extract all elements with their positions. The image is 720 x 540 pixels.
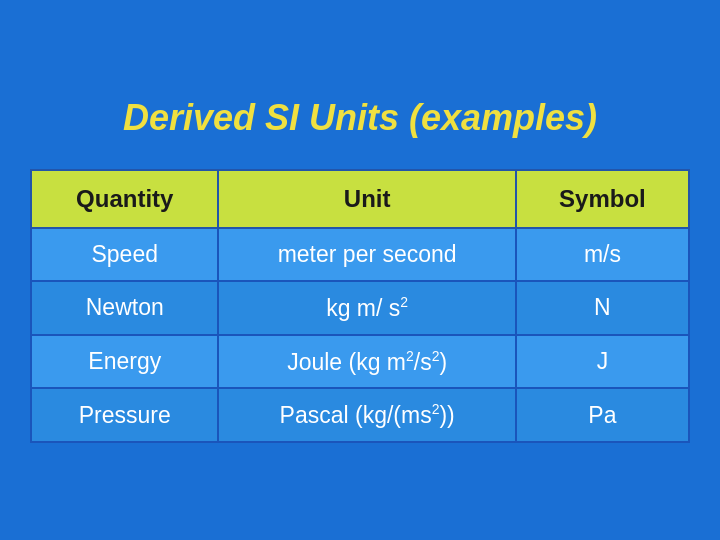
cell-unit-speed: meter per second: [218, 228, 515, 281]
cell-symbol-speed: m/s: [516, 228, 689, 281]
header-unit: Unit: [218, 170, 515, 228]
header-quantity: Quantity: [31, 170, 218, 228]
header-symbol: Symbol: [516, 170, 689, 228]
table-wrapper: Quantity Unit Symbol Speed meter per sec…: [30, 169, 690, 443]
si-units-table: Quantity Unit Symbol Speed meter per sec…: [30, 169, 690, 443]
cell-quantity-speed: Speed: [31, 228, 218, 281]
cell-symbol-energy: J: [516, 335, 689, 389]
table-row: Energy Joule (kg m2/s2) J: [31, 335, 689, 389]
cell-quantity-energy: Energy: [31, 335, 218, 389]
cell-symbol-newton: N: [516, 281, 689, 335]
cell-symbol-pressure: Pa: [516, 388, 689, 442]
table-row: Pressure Pascal (kg/(ms2)) Pa: [31, 388, 689, 442]
cell-quantity-pressure: Pressure: [31, 388, 218, 442]
cell-unit-energy: Joule (kg m2/s2): [218, 335, 515, 389]
table-header-row: Quantity Unit Symbol: [31, 170, 689, 228]
cell-quantity-newton: Newton: [31, 281, 218, 335]
cell-unit-pressure: Pascal (kg/(ms2)): [218, 388, 515, 442]
table-row: Speed meter per second m/s: [31, 228, 689, 281]
table-row: Newton kg m/ s2 N: [31, 281, 689, 335]
cell-unit-newton: kg m/ s2: [218, 281, 515, 335]
page-title: Derived SI Units (examples): [123, 97, 597, 139]
